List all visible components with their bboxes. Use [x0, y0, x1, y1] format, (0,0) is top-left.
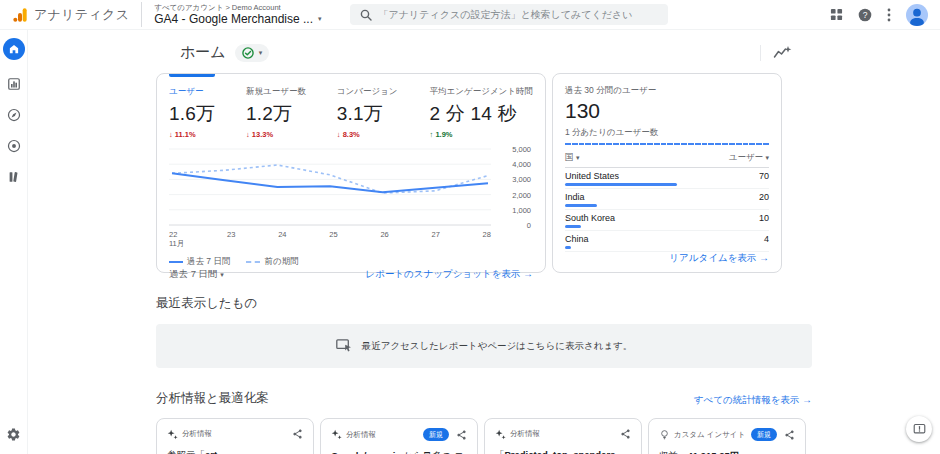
- top-header: アナリティクス すべてのアカウント > Demo Account GA4 - G…: [0, 0, 940, 30]
- sidebar-item-explore[interactable]: [7, 108, 21, 122]
- realtime-bar: [702, 143, 708, 145]
- realtime-bar: [688, 143, 694, 145]
- country-bar: [565, 246, 571, 249]
- country-users-value: 4: [764, 234, 769, 244]
- view-realtime-link[interactable]: リアルタイムを表示 →: [669, 252, 769, 265]
- realtime-label: 過去 30 分間のユーザー: [565, 85, 769, 97]
- insight-card-2[interactable]: 分析情報「Predicted_top_spenders」をトリガーしたユーザーの…: [484, 418, 642, 454]
- divider: [760, 45, 761, 61]
- x-tick-label: 27: [432, 230, 440, 249]
- x-tick-label: 23: [227, 230, 235, 249]
- sidebar-item-settings[interactable]: [6, 427, 21, 442]
- country-name: United States: [565, 171, 619, 181]
- account-switcher[interactable]: すべてのアカウント > Demo Account GA4 - Google Me…: [141, 2, 333, 27]
- realtime-bar: [613, 143, 619, 145]
- country-row[interactable]: South Korea10: [565, 210, 769, 231]
- share-button[interactable]: [456, 429, 467, 441]
- avatar[interactable]: [906, 4, 928, 26]
- users-column-selector[interactable]: ユーザー ▾: [729, 152, 769, 164]
- metric-tab-3[interactable]: 平均エンゲージメント時間2 分 14 秒↑ 1.9%: [430, 86, 533, 139]
- date-range-selector[interactable]: 過去 7 日間 ▾: [169, 268, 224, 281]
- metric-tab-1[interactable]: 新規ユーザー数1.2万↓ 13.3%: [246, 86, 337, 139]
- realtime-card: 過去 30 分間のユーザー 130 1 分あたりのユーザー数 国 ▾ ユーザー …: [552, 73, 782, 273]
- realtime-bar: [626, 143, 632, 145]
- insight-cards-row: 分析情報参照元「art-analytics.appspot.com」でのキャンペ…: [156, 418, 812, 454]
- country-row[interactable]: India20: [565, 189, 769, 210]
- chevron-down-icon: ▾: [576, 154, 580, 161]
- users-line-chart[interactable]: [169, 146, 491, 228]
- header-actions: ?: [830, 4, 940, 26]
- country-column-selector[interactable]: 国 ▾: [565, 152, 579, 164]
- sidebar-item-library[interactable]: [7, 170, 21, 184]
- sidebar-item-home[interactable]: [3, 38, 25, 60]
- sidebar-item-advertising[interactable]: [7, 139, 21, 153]
- metric-label: コンバージョン: [337, 86, 430, 98]
- reports-icon: [7, 77, 21, 91]
- chevron-down-icon: ▾: [259, 49, 263, 57]
- country-row[interactable]: United States70: [565, 168, 769, 189]
- library-icon: [7, 170, 21, 184]
- insight-card-body: 参照元「art-analytics.appspot.com」でのキャンペーンの …: [167, 448, 303, 454]
- recent-empty-banner: 最近アクセスしたレポートやページはこちらに表示されます。: [156, 324, 812, 368]
- overview-card: ユーザー1.6万↓ 11.1%新規ユーザー数1.2万↓ 13.3%コンバージョン…: [156, 73, 546, 273]
- sidebar-item-reports[interactable]: [7, 77, 21, 91]
- share-button[interactable]: [784, 429, 795, 441]
- all-insights-link[interactable]: すべての統計情報を表示 →: [694, 394, 812, 407]
- metric-value: 1.6万: [169, 101, 246, 127]
- search-input[interactable]: [379, 9, 658, 20]
- realtime-bar: [756, 143, 762, 145]
- feedback-icon: [913, 423, 926, 436]
- insight-card-0[interactable]: 分析情報参照元「art-analytics.appspot.com」でのキャンペ…: [156, 418, 314, 454]
- apps-grid-icon[interactable]: [830, 8, 843, 21]
- y-tick-label: 0: [527, 221, 531, 230]
- realtime-bar: [708, 143, 714, 145]
- feedback-button[interactable]: [906, 416, 932, 442]
- realtime-bar: [736, 143, 742, 145]
- metric-delta: ↓ 11.1%: [169, 130, 246, 139]
- arrow-right-icon: →: [523, 268, 533, 279]
- advertising-icon: [7, 139, 21, 153]
- chevron-down-icon: ▾: [765, 154, 769, 161]
- country-users-value: 10: [759, 213, 769, 223]
- insight-card-type-label: 分析情報: [346, 430, 419, 440]
- country-bar: [565, 183, 677, 186]
- y-tick-label: 5,000: [512, 145, 531, 154]
- report-snapshot-link[interactable]: レポートのスナップショットを表示 →: [365, 268, 533, 281]
- y-tick-label: 4,000: [512, 160, 531, 169]
- x-tick-label: 28: [483, 230, 491, 249]
- search-bar[interactable]: [350, 4, 668, 25]
- arrow-right-icon: →: [759, 252, 769, 263]
- explore-icon: [7, 108, 21, 122]
- insights-button[interactable]: [773, 45, 792, 60]
- realtime-bar: [640, 143, 646, 145]
- realtime-bar: [606, 143, 612, 145]
- insight-card-1[interactable]: 分析情報新規Google/organic から最多の コンバージョン (36.6…: [320, 418, 478, 454]
- insight-card-3[interactable]: カスタム インサイト新規収益：41,915.25円2022年11月20日から11…: [648, 418, 806, 454]
- chevron-down-icon: ▾: [318, 15, 322, 23]
- selected-tab-indicator: [169, 74, 215, 77]
- realtime-bar: [599, 143, 605, 145]
- realtime-bar: [681, 143, 687, 145]
- check-circle-icon: [242, 47, 254, 59]
- help-icon[interactable]: ?: [858, 8, 872, 22]
- sidebar: [0, 30, 28, 454]
- realtime-bar: [620, 143, 626, 145]
- more-options-icon[interactable]: [887, 8, 891, 22]
- analytics-logo[interactable]: アナリティクス: [0, 6, 141, 24]
- sparkle-icon: [495, 429, 506, 440]
- realtime-table-header: 国 ▾ ユーザー ▾: [565, 152, 769, 168]
- cursor-window-icon: [336, 339, 353, 353]
- metric-tab-2[interactable]: コンバージョン3.1万↓ 8.3%: [337, 86, 430, 139]
- app-root: アナリティクス すべてのアカウント > Demo Account GA4 - G…: [0, 0, 940, 454]
- country-bar: [565, 225, 581, 228]
- metric-tab-0[interactable]: ユーザー1.6万↓ 11.1%: [169, 86, 246, 139]
- country-row[interactable]: China4: [565, 231, 769, 252]
- status-badge[interactable]: ▾: [235, 44, 270, 62]
- share-button[interactable]: [620, 428, 631, 440]
- metric-label: 平均エンゲージメント時間: [430, 86, 533, 98]
- share-button[interactable]: [292, 428, 303, 440]
- sparkle-icon: [331, 429, 342, 440]
- country-users-value: 70: [759, 171, 769, 181]
- insight-card-type-label: 分析情報: [510, 429, 616, 439]
- svg-text:?: ?: [863, 10, 868, 20]
